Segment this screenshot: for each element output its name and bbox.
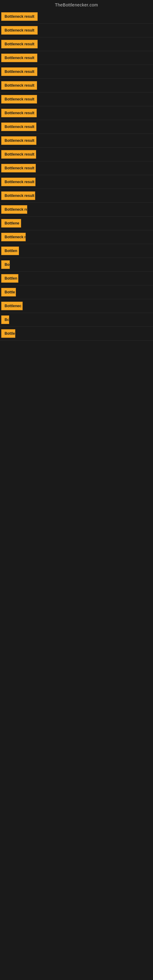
bottleneck-badge[interactable]: Bottleneck result: [1, 81, 37, 90]
rows-container: Bottleneck resultBottleneck resultBottle…: [0, 10, 153, 340]
bottleneck-row: Bottlen: [0, 244, 153, 258]
bottleneck-item[interactable]: Bottleneck result: [1, 54, 152, 62]
bottleneck-item[interactable]: Bo: [1, 315, 152, 324]
bottleneck-badge[interactable]: Bottleneck result: [1, 164, 36, 172]
bottleneck-badge[interactable]: Bottleneck r: [1, 233, 26, 241]
bottleneck-item[interactable]: Bottleneck result: [1, 123, 152, 131]
bottleneck-row: Bottlene: [0, 216, 153, 230]
bottleneck-row: Bottleneck result: [0, 79, 153, 92]
bottleneck-badge[interactable]: Bottleneck result: [1, 136, 37, 145]
bottleneck-row: Bottleneck r: [0, 230, 153, 244]
bottleneck-badge[interactable]: Bottleneck result: [1, 12, 38, 21]
bottleneck-row: Bottleneck result: [0, 189, 153, 203]
bottleneck-item[interactable]: Bottleneck result: [1, 136, 152, 145]
bottleneck-item[interactable]: Bottleneck result: [1, 95, 152, 103]
bottleneck-badge[interactable]: Bottleneck result: [1, 40, 38, 48]
bottleneck-item[interactable]: Bottleneck result: [1, 26, 152, 35]
bottleneck-badge[interactable]: Bottlen: [1, 274, 18, 283]
bottleneck-badge[interactable]: Bottleneck result: [1, 54, 37, 62]
bottleneck-badge[interactable]: Bottle: [1, 288, 16, 296]
bottleneck-item[interactable]: Bottleneck result: [1, 109, 152, 117]
bottleneck-row: Bottleneck re: [0, 203, 153, 216]
bottleneck-badge[interactable]: Bottleneck result: [1, 191, 35, 200]
bottleneck-row: Bottleneck result: [0, 24, 153, 37]
bottleneck-row: Bottleneck result: [0, 148, 153, 161]
bottleneck-row: Bottlenec: [0, 299, 153, 313]
bottleneck-item[interactable]: Bo: [1, 260, 152, 269]
bottleneck-row: Bottleneck result: [0, 65, 153, 79]
bottleneck-row: Bottleneck result: [0, 10, 153, 24]
bottleneck-badge[interactable]: Bottleneck result: [1, 150, 36, 159]
bottleneck-badge[interactable]: Bottleneck result: [1, 109, 37, 117]
bottleneck-row: Bottle: [0, 285, 153, 299]
bottleneck-badge[interactable]: Bottlenec: [1, 302, 22, 310]
site-title: TheBottlenecker.com: [0, 0, 153, 10]
bottleneck-item[interactable]: Bottlen: [1, 247, 152, 255]
bottleneck-item[interactable]: Bottle: [1, 329, 152, 338]
bottleneck-row: Bottleneck result: [0, 161, 153, 175]
bottleneck-item[interactable]: Bottleneck result: [1, 164, 152, 172]
bottleneck-row: Bottleneck result: [0, 134, 153, 148]
bottleneck-item[interactable]: Bottle: [1, 288, 152, 296]
bottleneck-item[interactable]: Bottlene: [1, 219, 152, 228]
bottleneck-badge[interactable]: Bottleneck result: [1, 67, 37, 76]
bottleneck-item[interactable]: Bottlen: [1, 274, 152, 283]
bottleneck-badge[interactable]: Bottlen: [1, 247, 19, 255]
bottleneck-item[interactable]: Bottlenec: [1, 302, 152, 310]
bottleneck-row: Bottleneck result: [0, 120, 153, 134]
bottleneck-badge[interactable]: Bottleneck result: [1, 178, 35, 186]
bottleneck-item[interactable]: Bottleneck result: [1, 12, 152, 21]
bottleneck-row: Bottleneck result: [0, 37, 153, 51]
bottleneck-row: Bottleneck result: [0, 106, 153, 120]
bottleneck-badge[interactable]: Bottleneck re: [1, 205, 27, 214]
bottleneck-row: Bottle: [0, 327, 153, 340]
bottleneck-item[interactable]: Bottleneck result: [1, 67, 152, 76]
bottleneck-badge[interactable]: Bottlene: [1, 219, 21, 228]
bottleneck-row: Bo: [0, 258, 153, 272]
bottleneck-badge[interactable]: Bo: [1, 315, 9, 324]
bottleneck-row: Bottleneck result: [0, 175, 153, 189]
bottleneck-item[interactable]: Bottleneck r: [1, 233, 152, 241]
bottleneck-item[interactable]: Bottleneck result: [1, 178, 152, 186]
bottleneck-row: Bo: [0, 313, 153, 327]
bottleneck-badge[interactable]: Bottleneck result: [1, 123, 37, 131]
bottleneck-badge[interactable]: Bo: [1, 260, 10, 269]
bottleneck-item[interactable]: Bottleneck result: [1, 81, 152, 90]
bottleneck-badge[interactable]: Bottleneck result: [1, 95, 37, 103]
bottleneck-row: Bottleneck result: [0, 51, 153, 65]
bottleneck-badge[interactable]: Bottle: [1, 329, 15, 338]
bottleneck-row: Bottleneck result: [0, 92, 153, 106]
bottleneck-item[interactable]: Bottleneck re: [1, 205, 152, 214]
bottleneck-item[interactable]: Bottleneck result: [1, 150, 152, 159]
site-header: TheBottlenecker.com: [0, 0, 153, 10]
bottleneck-badge[interactable]: Bottleneck result: [1, 26, 38, 35]
bottleneck-item[interactable]: Bottleneck result: [1, 40, 152, 48]
bottleneck-row: Bottlen: [0, 272, 153, 285]
bottleneck-item[interactable]: Bottleneck result: [1, 191, 152, 200]
